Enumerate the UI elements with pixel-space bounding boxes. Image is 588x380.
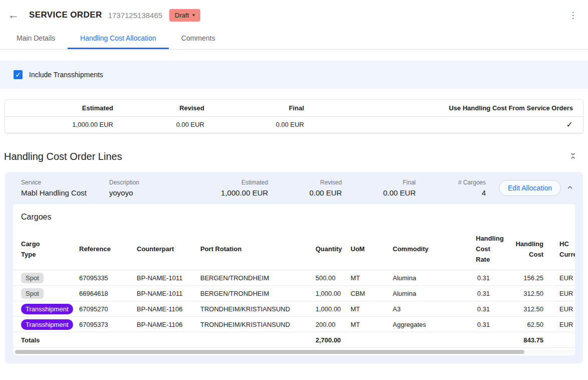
summary-col-final: Final [204,100,304,116]
col-reference: Reference [71,228,129,270]
table-row: Transshipment 67095373 BP-NAME-1106 TRON… [13,317,575,332]
counterpart-cell: BP-NAME-1011 [129,270,192,286]
kebab-icon: ⋮ [569,11,577,20]
port-rotation-cell: BERGEN/TRONDHEIM [192,270,308,286]
handling-cost-cell: 156.25 [498,270,551,286]
field-service: Service Mabl Handling Cost [21,179,109,197]
field-value: 4 [416,188,486,197]
hc-rate-cell: 0.31 [468,286,498,301]
horizontal-scrollbar-track[interactable] [14,350,574,354]
field-final: Final 0.00 EUR [342,179,416,197]
uom-cell: MT [343,301,385,317]
totals-handling-cost: 843.75 [498,332,551,348]
quantity-cell: 1,000.00 [308,301,343,317]
check-icon: ✓ [15,71,21,79]
field-label: Service [21,179,109,186]
counterpart-cell: BP-NAME-1106 [129,317,192,332]
field-value: 0.00 EUR [268,188,342,197]
cargo-type-cell: Transshipment [13,301,71,317]
reference-cell: 67095335 [71,270,129,286]
cargo-type-cell: Transshipment [13,317,71,332]
back-button[interactable]: ← [8,8,22,22]
section-header: Handling Cost Order Lines [4,146,584,166]
field-label: # Cargoes [416,179,486,186]
include-transshipments-checkbox[interactable]: ✓ [14,70,23,79]
totals-row: Totals 2,700.00 843.75 [13,332,575,348]
port-rotation-cell: BERGEN/TRONDHEIM [192,286,308,301]
totals-label: Totals [13,332,308,348]
hc-currency-cell: EUR [551,286,575,301]
summary-table: Estimated Revised Final Use Handling Cos… [5,100,583,133]
edit-allocation-button[interactable]: Edit Allocation [499,180,561,196]
cargo-type-chip: Spot [21,273,44,283]
handling-cost-cell: 62.50 [498,317,551,332]
cargo-type-cell: Spot [13,270,71,286]
tab-handling-cost-allocation[interactable]: Handling Cost Allocation [68,29,169,49]
field-value: Mabl Handling Cost [21,188,109,197]
totals-quantity: 2,700.00 [308,332,343,348]
reference-cell: 67095373 [71,317,129,332]
hc-rate-cell: 0.31 [468,270,498,286]
order-line-card: Service Mabl Handling Cost Description y… [5,172,583,363]
summary-col-revised: Revised [113,100,204,116]
col-cargo-type: Cargo Type [13,228,71,270]
cargoes-title: Cargoes [13,213,575,222]
table-row: Spot 66964618 BP-NAME-1011 BERGEN/TRONDH… [13,286,575,301]
collapse-all-button[interactable] [568,151,578,162]
cargo-type-cell: Spot [13,286,71,301]
tab-main-details[interactable]: Main Details [4,29,68,49]
field-label: Revised [268,179,342,186]
col-counterpart: Counterpart [129,228,192,270]
field-revised: Revised 0.00 EUR [268,179,342,197]
horizontal-scrollbar-thumb[interactable] [15,350,524,354]
include-transshipments-panel: ✓ Include Transshipments [0,61,588,89]
uom-cell: MT [343,317,385,332]
col-port-rotation: Port Rotation [192,228,308,270]
port-rotation-cell: TRONDHEIM/KRISTIANSUND [192,301,308,317]
cargo-type-chip: Spot [21,288,44,299]
summary-use-hc-cell: ✓ [304,116,583,133]
quantity-cell: 1,000.00 [308,286,343,301]
status-badge[interactable]: Draft ▾ [169,9,200,22]
col-uom: UoM [343,228,385,270]
hc-currency-cell: EUR [551,317,575,332]
counterpart-cell: BP-NAME-1106 [129,301,192,317]
cargo-type-chip: Transshipment [21,304,73,314]
commodity-cell: Alumina [385,270,468,286]
app-header: ← SERVICE ORDER 1737125138465 Draft ▾ ⋮ … [0,0,588,50]
include-transshipments-label: Include Transshipments [29,71,103,79]
reference-cell: 66964618 [71,286,129,301]
caret-down-icon: ▾ [192,13,195,18]
field-value: 1,000.00 EUR [194,188,268,197]
cargoes-table-viewport: Cargo Type Reference Counterpart Port Ro… [13,228,575,348]
hc-currency-cell: EUR [551,270,575,286]
field-value: yoyoyo [109,188,194,197]
field-label: Final [342,179,416,186]
field-num-cargoes: # Cargoes 4 [416,179,486,197]
arrow-left-icon: ← [8,9,19,21]
order-line-header: Service Mabl Handling Cost Description y… [13,178,575,204]
uom-cell: CBM [343,286,385,301]
field-label: Estimated [194,179,268,186]
table-row: Transshipment 67095270 BP-NAME-1106 TRON… [13,301,575,317]
col-hc-currency: HC Currency [551,228,575,270]
kebab-menu-button[interactable]: ⋮ [566,8,580,22]
field-estimated: Estimated 1,000.00 EUR [194,179,268,197]
handling-cost-cell: 312.50 [498,286,551,301]
counterpart-cell: BP-NAME-1011 [129,286,192,301]
collapse-line-button[interactable] [565,182,575,194]
tab-comments[interactable]: Comments [169,29,228,49]
summary-card: Estimated Revised Final Use Handling Cos… [5,100,583,133]
quantity-cell: 500.00 [308,270,343,286]
field-value: 0.00 EUR [342,188,416,197]
field-label: Description [109,179,194,186]
uom-cell: MT [343,270,385,286]
status-label: Draft [175,12,189,19]
page-title: SERVICE ORDER [29,10,102,20]
cargo-type-chip: Transshipment [21,319,73,330]
commodity-cell: Aggregates [385,317,468,332]
cargoes-card: Cargoes Cargo Type Reference Counterpart… [13,204,575,355]
summary-value-row: 1,000.00 EUR 0.00 EUR 0.00 EUR ✓ [5,116,583,133]
unfold-less-icon [569,152,577,161]
check-icon: ✓ [566,120,573,129]
